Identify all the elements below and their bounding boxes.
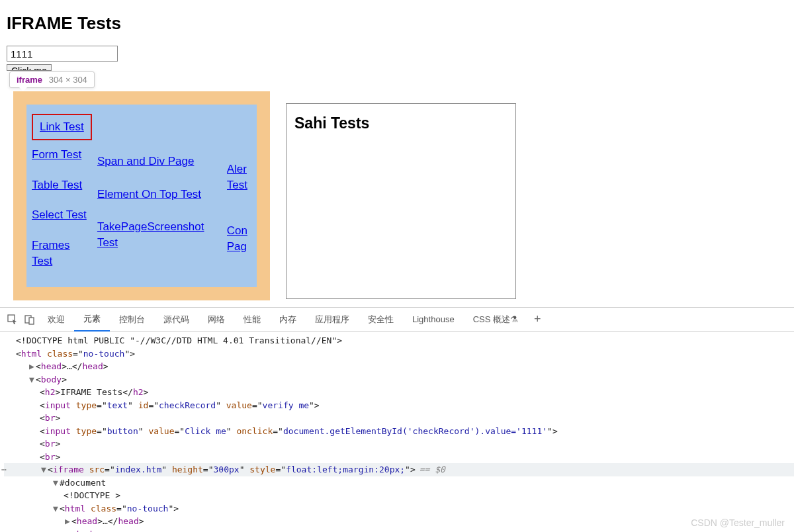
form-test-link[interactable]: Form Test — [32, 147, 89, 163]
span-div-link[interactable]: Span and Div Page — [97, 154, 219, 169]
code-line[interactable]: <input type="button" value="Click me" on… — [4, 425, 794, 438]
devtools-panel: 欢迎 元素 控制台 源代码 网络 性能 内存 应用程序 安全性 Lighthou… — [0, 307, 794, 532]
code-line[interactable]: ▼<body> — [4, 373, 794, 386]
code-line[interactable]: <br> — [4, 412, 794, 425]
devtools-tabs: 欢迎 元素 控制台 源代码 网络 性能 内存 应用程序 安全性 Lighthou… — [0, 308, 794, 332]
code-line[interactable]: <!DOCTYPE html PUBLIC "-//W3C//DTD HTML … — [4, 334, 794, 347]
sahi-tests-heading: Sahi Tests — [294, 114, 509, 132]
tab-sources[interactable]: 源代码 — [154, 308, 198, 331]
iframe-1-highlight: Link Test Form Test Table Test Select Te… — [13, 91, 270, 300]
tab-performance[interactable]: 性能 — [234, 308, 270, 331]
prompt-link[interactable]: Pror — [227, 285, 251, 287]
tab-welcome[interactable]: 欢迎 — [38, 308, 74, 331]
check-record-input[interactable] — [7, 46, 118, 62]
code-line-selected[interactable]: ▼<iframe src="index.htm" height="300px" … — [4, 463, 794, 476]
code-line[interactable]: ▼<body> — [4, 528, 794, 533]
add-tab-icon[interactable]: + — [534, 312, 541, 326]
tab-console[interactable]: 控制台 — [110, 308, 154, 331]
svg-rect-2 — [29, 318, 34, 324]
tab-memory[interactable]: 内存 — [270, 308, 306, 331]
frames-row: Link Test Form Test Table Test Select Te… — [7, 91, 787, 300]
code-line[interactable]: <br> — [4, 437, 794, 451]
select-test-link[interactable]: Select Test — [32, 207, 89, 223]
flask-icon: ⚗ — [510, 314, 518, 324]
watermark: CSDN @Tester_muller — [691, 517, 785, 528]
confirm-page-link[interactable]: Con Pag — [227, 223, 251, 255]
iframe-2-content: Sahi Tests Link Test — [286, 103, 516, 299]
code-line[interactable]: <br> — [4, 451, 794, 464]
devtools-inspect-tooltip: iframe 304 × 304 — [9, 71, 95, 88]
code-line[interactable]: <h2>IFRAME Tests</h2> — [4, 386, 794, 399]
tooltip-dimensions: 304 × 304 — [49, 75, 87, 85]
devtools-elements-tree[interactable]: <!DOCTYPE html PUBLIC "-//W3C//DTD HTML … — [0, 332, 794, 532]
element-on-top-link[interactable]: Element On Top Test — [97, 187, 219, 202]
code-line[interactable]: ▼#document — [4, 476, 794, 490]
screenshot-test-link[interactable]: TakePageScreenshot Test — [97, 219, 219, 251]
tab-lighthouse[interactable]: Lighthouse — [403, 308, 464, 331]
code-line[interactable]: <html class="no-touch"> — [4, 347, 794, 361]
page-title: IFRAME Tests — [7, 13, 787, 34]
link-test-link[interactable]: Link Test — [40, 120, 84, 133]
page-content: IFRAME Tests Click me iframe 304 × 304 L… — [0, 0, 794, 306]
code-line[interactable]: <input type="text" id="checkRecord" valu… — [4, 399, 794, 412]
tab-elements[interactable]: 元素 — [74, 308, 110, 332]
code-line[interactable]: ▶<head>…</head> — [4, 360, 794, 373]
link-test-highlight: Link Test — [32, 114, 92, 140]
tooltip-tag: iframe — [17, 75, 42, 85]
device-toggle-icon[interactable] — [21, 311, 38, 328]
inspect-icon[interactable] — [4, 311, 21, 328]
code-line[interactable]: ▶<head>…</head> — [4, 515, 794, 528]
tab-css-overview[interactable]: CSS 概述 ⚗ — [464, 308, 527, 331]
code-line[interactable]: <!DOCTYPE > — [4, 489, 794, 502]
frames-test-link[interactable]: Frames Test — [32, 238, 89, 269]
table-test-link[interactable]: Table Test — [32, 177, 89, 193]
alert-test-link[interactable]: Aler Test — [227, 161, 251, 193]
iframe-1-content: Link Test Form Test Table Test Select Te… — [26, 105, 257, 287]
tab-application[interactable]: 应用程序 — [306, 308, 359, 331]
code-line[interactable]: ▼<html class="no-touch"> — [4, 502, 794, 515]
click-me-button[interactable]: Click me — [7, 64, 52, 71]
tab-security[interactable]: 安全性 — [359, 308, 403, 331]
tab-network[interactable]: 网络 — [198, 308, 234, 331]
